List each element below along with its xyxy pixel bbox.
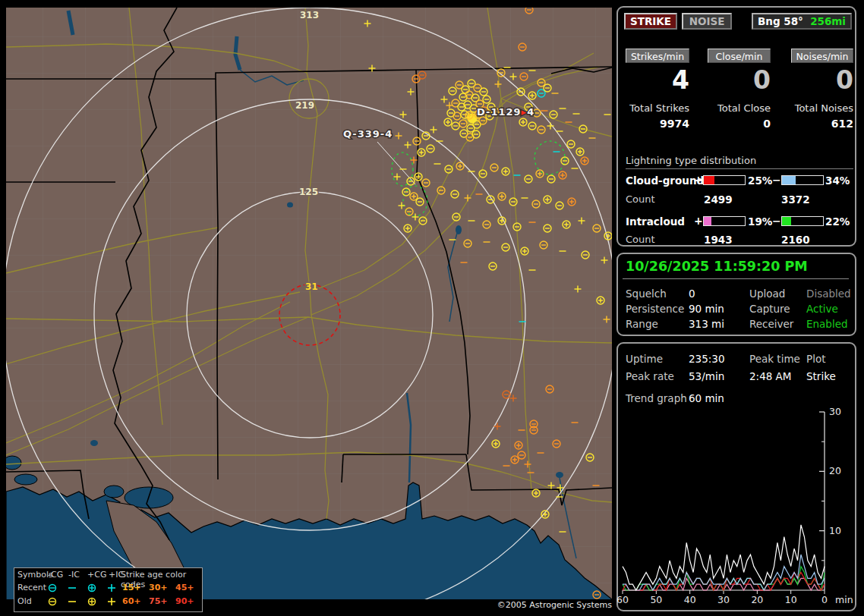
peak-rate-value: 53/min — [689, 370, 724, 382]
persistence-value: 90 min — [689, 303, 724, 315]
cg-pos-pct: 25% — [748, 174, 772, 187]
peak-time-label: Peak time — [749, 353, 800, 365]
peak-rate-label: Peak rate — [626, 370, 674, 382]
neg-cg-old-icon — [46, 596, 58, 607]
neg-ic-recent-icon — [66, 583, 78, 593]
legend-col-neg-ic: -IC — [68, 570, 80, 580]
minus-sign: − — [772, 215, 781, 227]
receiver-label: Receiver — [749, 318, 793, 330]
legend-ages-title: Strike age color codes — [121, 570, 202, 580]
ic-neg-bar — [781, 216, 824, 226]
cg-pos-count: 2499 — [704, 193, 733, 206]
x-tick-label: 50 — [650, 594, 662, 605]
plot-mode-value: Strike — [806, 370, 836, 382]
y-tick-label: 10 — [829, 525, 841, 536]
trend-series-+CG — [623, 573, 825, 591]
legend-col-pos-cg: +CG — [87, 570, 106, 580]
strikes-per-min-value: 4 — [626, 65, 689, 95]
squelch-label: Squelch — [626, 288, 667, 300]
x-tick-label: 20 — [751, 594, 763, 605]
age-code-45: 45+ — [175, 583, 194, 592]
range-label: Range — [626, 318, 658, 330]
storm-cell-label: D-1129▸4 — [477, 106, 534, 118]
age-code-90: 90+ — [175, 596, 194, 606]
plus-sign: + — [694, 215, 703, 227]
plus-sign: + — [694, 174, 703, 186]
copyright-text: ©2005 Astrogenic Systems — [456, 600, 612, 610]
age-code-60: 60+ — [122, 596, 141, 606]
plot-label: Plot — [806, 353, 825, 365]
strike-counters-panel: STRIKE NOISE Bng 58° 256mi Strikes/min C… — [616, 6, 856, 247]
trend-series-Total — [623, 525, 825, 590]
x-tick-label: 60 — [616, 594, 629, 605]
bearing-label: Bng 58° — [758, 15, 803, 27]
capture-label: Capture — [749, 303, 790, 315]
receiver-status: Enabled — [806, 318, 848, 330]
ic-neg-pct: 22% — [825, 215, 850, 228]
total-close-label: Total Close — [708, 102, 771, 114]
neg-ic-old-icon — [66, 596, 78, 607]
age-code-75: 75+ — [149, 596, 168, 606]
capture-status: Active — [806, 303, 838, 315]
total-noises-label: Total Noises — [791, 102, 853, 114]
ic-pos-pct: 19% — [748, 215, 772, 228]
squelch-value: 0 — [689, 288, 695, 300]
close-per-min-chip: Close/min — [708, 49, 771, 63]
uptime-label: Uptime — [626, 353, 663, 365]
cg-neg-count: 3372 — [781, 193, 810, 206]
upload-label: Upload — [749, 288, 785, 300]
persistence-label: Persistence — [626, 303, 684, 315]
x-axis-unit: min — [835, 594, 853, 605]
x-tick-label: 30 — [717, 594, 730, 605]
noises-per-min-value: 0 — [791, 65, 853, 95]
pos-cg-old-icon — [86, 596, 98, 607]
app-window: 31125219313 Q-339-4D-1129▸4 Symbols -CG … — [0, 0, 864, 616]
y-tick-label: 20 — [829, 465, 841, 476]
uptime-value: 235:30 — [689, 353, 725, 365]
y-tick-label: 30 — [829, 406, 841, 417]
pos-ic-old-icon — [106, 596, 118, 607]
close-per-min-value: 0 — [708, 65, 771, 95]
age-code-15: 15+ — [122, 583, 141, 592]
lightning-map[interactable]: 31125219313 Q-339-4D-1129▸4 — [6, 8, 612, 599]
legend-col-neg-cg: -CG — [48, 570, 63, 580]
legend-row-recent: Recent — [17, 583, 46, 592]
intracloud-label: Intracloud — [626, 215, 685, 228]
range-value: 256mi — [810, 15, 846, 27]
total-strikes-label: Total Strikes — [626, 102, 689, 114]
datetime-display: 10/26/2025 11:59:20 PM — [626, 259, 808, 274]
cg-neg-bar — [781, 175, 824, 185]
ring-distance-label: 313 — [300, 10, 319, 20]
total-noises-value: 612 — [791, 118, 853, 130]
cg-neg-pct: 34% — [825, 174, 850, 187]
ring-distance-label: 31 — [305, 281, 318, 292]
neg-cg-recent-icon — [46, 583, 58, 593]
map-legend: Symbols -CG -IC +CG +IC Strike age color… — [14, 567, 203, 612]
storm-cell-label: Q-339-4 — [343, 128, 393, 140]
separator — [623, 278, 849, 279]
range-value: 313 mi — [689, 318, 724, 330]
ic-pos-count: 1943 — [704, 234, 733, 246]
x-tick-label: 0 — [821, 594, 828, 605]
cg-pos-bar — [703, 175, 746, 185]
peak-time-value: 2:48 AM — [749, 370, 792, 382]
distribution-title: Lightning type distribution — [626, 155, 853, 169]
minus-sign: − — [772, 174, 781, 186]
strikes-per-min-chip: Strikes/min — [626, 49, 689, 63]
ring-distance-label: 219 — [295, 100, 314, 111]
status-panel: 10/26/2025 11:59:20 PM Squelch 0 Upload … — [616, 253, 856, 336]
ic-pos-bar — [703, 216, 746, 226]
bearing-range-readout: Bng 58° 256mi — [752, 13, 852, 30]
ring-distance-label: 125 — [299, 187, 318, 197]
pos-cg-recent-icon — [86, 583, 98, 593]
total-close-value: 0 — [708, 118, 771, 130]
x-tick-label: 40 — [684, 594, 696, 605]
pos-ic-recent-icon — [106, 583, 118, 593]
strike-toggle-button[interactable]: STRIKE — [624, 13, 677, 30]
legend-row-old: Old — [17, 596, 32, 606]
upload-status: Disabled — [806, 288, 851, 300]
noise-toggle-button[interactable]: NOISE — [682, 13, 732, 30]
x-tick-label: 10 — [785, 594, 797, 605]
trend-graph-chart: 1020306050403020100min — [616, 402, 856, 607]
cg-count-label: Count — [626, 193, 655, 205]
